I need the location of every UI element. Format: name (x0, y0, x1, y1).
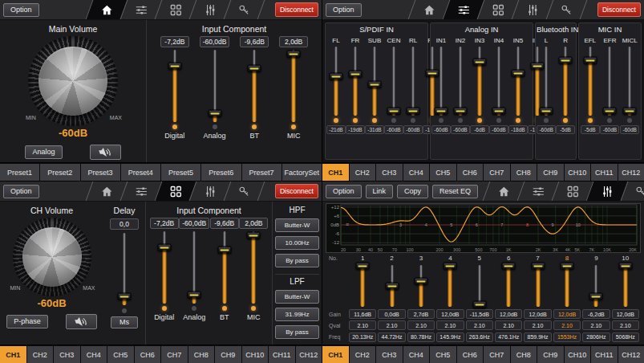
tab-preset2[interactable]: Preset2 (40, 164, 79, 181)
band-7-number[interactable]: 7 (536, 255, 539, 262)
link-button[interactable]: Link (366, 185, 394, 198)
disconnect-button[interactable]: Disconnect (275, 184, 318, 198)
band-8-number[interactable]: 8 (565, 255, 569, 262)
band-2-gain-value[interactable]: 0,0dB (378, 309, 405, 319)
tab-preset5[interactable]: Preset5 (161, 164, 200, 181)
band-8-gain-slider[interactable] (560, 265, 574, 307)
band-7-gain-value[interactable]: 12,0dB (524, 309, 551, 319)
band-7-freq-value[interactable]: 859.9Hz (524, 332, 551, 342)
band-5-gain-slider[interactable] (472, 265, 487, 307)
tab-ch5[interactable]: CH5 (430, 164, 456, 181)
tab-ch10[interactable]: CH10 (242, 346, 269, 363)
lpf-bypass-button[interactable]: By pass (275, 325, 319, 339)
in5-level-value[interactable]: -18dB (508, 125, 528, 134)
delay-unit-button[interactable]: Ms (111, 316, 138, 328)
tab-ch1[interactable]: CH1 (322, 164, 349, 181)
in4-level-slider[interactable] (492, 47, 506, 116)
micl-level-slider[interactable] (622, 47, 637, 116)
lpf-freq-button[interactable]: 31.99Hz (275, 308, 319, 321)
analog-gain-badge[interactable]: -60,0dB (200, 36, 230, 47)
band-marker-9[interactable]: 9 (552, 222, 554, 227)
mic-gain-badge[interactable]: 2,0dB (239, 218, 268, 229)
band-6-number[interactable]: 6 (507, 255, 510, 262)
band-marker-3[interactable]: 3 (399, 222, 402, 227)
slider-handle[interactable] (502, 263, 516, 270)
band-marker-7[interactable]: 7 (500, 222, 503, 227)
l-level-slider[interactable] (539, 47, 553, 116)
tab-ch6[interactable]: CH6 (457, 164, 484, 181)
band-2-gain-slider[interactable] (385, 265, 399, 307)
band-9-qval-value[interactable]: 2.10 (582, 320, 610, 330)
hpf-type-button[interactable]: Butter-W (275, 218, 319, 232)
tab-ch11[interactable]: CH11 (269, 346, 295, 363)
tab-preset6[interactable]: Preset6 (201, 164, 241, 181)
sub-level-slider[interactable] (367, 47, 382, 116)
main-volume-knob[interactable]: MIN MAX (28, 36, 118, 126)
knob-cap[interactable] (38, 47, 107, 116)
slider-handle[interactable] (472, 301, 486, 308)
band-10-qval-value[interactable]: 2.10 (612, 320, 639, 330)
band-8-freq-value[interactable]: 1553Hz (553, 332, 581, 342)
efl-level-value[interactable]: -5dB (581, 125, 600, 134)
disconnect-button[interactable]: Disconnect (597, 2, 641, 17)
in2-level-value[interactable]: -60dB (451, 125, 470, 134)
tab-ch8[interactable]: CH8 (188, 346, 215, 363)
r-level-slider[interactable] (558, 47, 573, 116)
band-10-gain-value[interactable]: 12,0dB (612, 309, 639, 319)
tab-ch12[interactable]: CH12 (618, 346, 644, 363)
hpf-bypass-button[interactable]: By pass (275, 254, 319, 267)
bt-gain-badge[interactable]: -9,6dB (210, 218, 239, 229)
efr-level-slider[interactable] (602, 47, 617, 116)
slider-handle[interactable] (247, 232, 261, 239)
tab-ch6[interactable]: CH6 (135, 346, 161, 363)
band-7-gain-slider[interactable] (531, 265, 545, 307)
ch-volume-knob[interactable]: MIN MAX (13, 218, 91, 296)
tab-ch3[interactable]: CH3 (376, 346, 403, 363)
slider-handle[interactable] (385, 282, 399, 289)
slider-handle[interactable] (540, 107, 553, 114)
slider-handle[interactable] (356, 263, 370, 270)
mic-gain-slider[interactable] (246, 231, 261, 304)
tab-factoryset[interactable]: FactorySet (282, 164, 322, 181)
input-source-button[interactable]: Analog (25, 145, 62, 159)
tab-ch5[interactable]: CH5 (107, 346, 134, 363)
mute-button[interactable] (90, 145, 121, 160)
band-4-qval-value[interactable]: 2.10 (436, 320, 464, 330)
slider-handle[interactable] (492, 107, 506, 114)
hpf-freq-button[interactable]: 10.00Hz (275, 236, 319, 250)
tab-ch7[interactable]: CH7 (484, 346, 510, 363)
bt-gain-badge[interactable]: -9,6dB (240, 36, 269, 47)
tab-ch11[interactable]: CH11 (591, 164, 618, 181)
tab-ch12[interactable]: CH12 (618, 164, 644, 181)
band-3-gain-slider[interactable] (414, 265, 428, 307)
tab-ch1[interactable]: CH1 (322, 346, 349, 363)
band-9-freq-value[interactable]: 2806Hz (582, 332, 610, 342)
band-10-freq-value[interactable]: 5068Hz (612, 332, 639, 342)
slider-handle[interactable] (559, 57, 573, 64)
slider-handle[interactable] (248, 65, 261, 72)
slider-handle[interactable] (454, 107, 468, 114)
tab-ch7[interactable]: CH7 (484, 164, 510, 181)
reset-eq-button[interactable]: Reset EQ (432, 185, 478, 198)
tab-ch4[interactable]: CH4 (81, 346, 107, 363)
mic-gain-badge[interactable]: 2,0dB (279, 36, 308, 47)
micl-level-value[interactable]: -60dB (620, 125, 639, 134)
band-2-freq-value[interactable]: 44.72Hz (378, 332, 405, 342)
tab-ch5[interactable]: CH5 (430, 346, 456, 363)
band-5-freq-value[interactable]: 263.6Hz (466, 332, 493, 342)
cen-level-value[interactable]: -60dB (384, 125, 403, 134)
band-3-number[interactable]: 3 (419, 255, 423, 262)
copy-button[interactable]: Copy (397, 185, 428, 198)
option-button[interactable]: Option (326, 3, 362, 17)
fr-level-slider[interactable] (348, 47, 363, 116)
tab-preset4[interactable]: Preset4 (121, 164, 160, 181)
nav-key-tab[interactable] (224, 0, 265, 19)
in3-level-value[interactable]: -6dB (470, 125, 489, 134)
band-9-gain-slider[interactable] (589, 265, 603, 307)
zero-line-handle[interactable]: ≡ (346, 222, 349, 227)
option-button[interactable]: Option (326, 185, 362, 198)
slider-handle[interactable] (407, 107, 420, 114)
slider-handle[interactable] (583, 57, 597, 64)
slider-handle[interactable] (531, 263, 545, 270)
band-5-gain-value[interactable]: -11,5dB (466, 309, 493, 319)
